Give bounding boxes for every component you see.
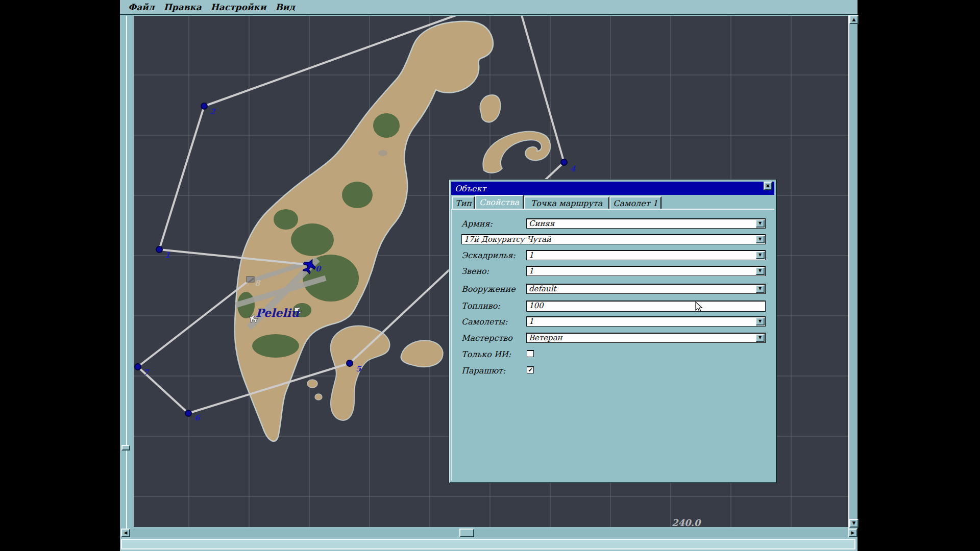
svg-text:2: 2	[210, 107, 216, 116]
army-label: Армия:	[461, 219, 526, 229]
left-panel-strip	[120, 16, 134, 529]
ai-only-checkbox[interactable]	[527, 350, 534, 357]
dialog-titlebar[interactable]: Объект	[451, 182, 774, 195]
army-value: Синяя	[529, 219, 554, 228]
waypoint-1	[156, 246, 162, 253]
scroll-up-button[interactable]: ▲	[849, 15, 859, 24]
army-dropdown[interactable]: Синяя ▼	[526, 218, 766, 229]
waypoint-5	[347, 360, 353, 366]
squadron-dropdown[interactable]: 1 ▼	[526, 250, 766, 260]
armament-value: default	[529, 284, 556, 293]
map-scale-value: 240.0	[672, 517, 702, 527]
armament-label: Вооружение	[461, 284, 526, 294]
dialog-title: Объект	[455, 184, 486, 193]
islet-small-3	[378, 150, 387, 156]
splitter-handle[interactable]	[121, 445, 130, 450]
skill-label: Мастерство	[461, 333, 526, 343]
svg-text:8: 8	[255, 279, 261, 288]
scroll-left-button[interactable]: ◀	[121, 529, 130, 537]
status-bar	[120, 537, 857, 551]
flight-dropdown[interactable]: 1 ▼	[526, 266, 766, 276]
islet-small-1	[307, 380, 317, 388]
dropdown-arrow-icon[interactable]: ▼	[756, 334, 765, 342]
dialog-tab-bar: Тип Свойства Точка маршрута Самолет 1	[452, 195, 774, 209]
ai-only-label: Только ИИ:	[461, 349, 526, 360]
svg-text:6: 6	[194, 413, 201, 422]
waypoint-4	[561, 159, 567, 165]
scrollbar-thumb[interactable]	[459, 529, 474, 537]
squadron-value: 1	[529, 251, 534, 260]
object-dialog: Объект ✖ Тип Свойства Точка маршрута Сам…	[449, 179, 777, 483]
tab-aircraft-1[interactable]: Самолет 1	[609, 196, 662, 209]
regiment-value: 17й Докуритсу Чутай	[464, 235, 551, 244]
dialog-content: Армия: Синяя ▼ 17й Докуритсу Чутай ▼ Эск…	[451, 209, 774, 481]
dropdown-arrow-icon[interactable]: ▼	[756, 285, 765, 293]
scroll-down-button[interactable]: ▼	[849, 519, 859, 528]
waypoint-6	[185, 410, 191, 416]
left-strip-groove	[126, 16, 127, 529]
tab-waypoint[interactable]: Точка маршрута	[524, 196, 609, 209]
place-label: Peleliu	[256, 306, 300, 319]
menu-file[interactable]: Файл	[128, 2, 155, 12]
skill-value: Ветеран	[529, 333, 562, 342]
parachute-checkbox[interactable]: ✔	[527, 366, 534, 373]
flight-label: Звено:	[461, 266, 526, 277]
dialog-close-button[interactable]: ✖	[764, 182, 772, 190]
svg-text:7: 7	[143, 368, 150, 377]
status-bar-field	[121, 539, 855, 549]
tab-type[interactable]: Тип	[452, 196, 475, 209]
dropdown-arrow-icon[interactable]: ▼	[756, 318, 765, 325]
regiment-dropdown[interactable]: 17й Докуритсу Чутай ▼	[461, 234, 766, 244]
close-icon: ✖	[766, 184, 770, 189]
scroll-right-button[interactable]: ▶	[848, 529, 857, 537]
landing-marker-icon[interactable]	[247, 277, 254, 283]
waypoint-7	[135, 364, 141, 370]
arrow-down-icon: ▼	[852, 521, 856, 525]
svg-text:1: 1	[165, 251, 170, 260]
tab-properties[interactable]: Свойства	[475, 195, 524, 209]
checkmark-icon: ✔	[528, 367, 532, 373]
skill-dropdown[interactable]: Ветеран ▼	[526, 333, 766, 343]
aircraft-count-label: Самолеты:	[461, 317, 526, 327]
parachute-label: Парашют:	[461, 366, 526, 376]
flight-value: 1	[529, 266, 534, 276]
dropdown-arrow-icon[interactable]: ▼	[756, 220, 765, 228]
waypoint-2	[201, 103, 207, 109]
squadron-label: Эскадрилья:	[461, 251, 526, 261]
armament-dropdown[interactable]: default ▼	[526, 284, 766, 294]
svg-text:4: 4	[570, 164, 576, 173]
fuel-label: Топливо:	[461, 301, 526, 311]
arrow-up-icon: ▲	[852, 17, 856, 22]
menu-edit[interactable]: Правка	[164, 2, 202, 12]
aircraft-count-value: 1	[529, 317, 534, 326]
islet-small-2	[315, 394, 322, 400]
vertical-scrollbar[interactable]: ▲ ▼	[848, 15, 857, 529]
menu-bar: Файл Правка Настройки Вид	[120, 0, 857, 15]
horizontal-scrollbar[interactable]: ◀ ▶	[121, 529, 857, 537]
aircraft-count-dropdown[interactable]: 1 ▼	[526, 316, 766, 327]
svg-text:5: 5	[356, 364, 362, 373]
svg-text:0: 0	[315, 264, 322, 273]
fuel-input[interactable]: 100	[526, 300, 766, 312]
fuel-value: 100	[529, 301, 544, 310]
menu-view[interactable]: Вид	[276, 2, 295, 12]
menu-settings[interactable]: Настройки	[211, 2, 266, 12]
dropdown-arrow-icon[interactable]: ▼	[756, 267, 765, 275]
arrow-right-icon: ▶	[851, 531, 855, 535]
dropdown-arrow-icon[interactable]: ▼	[756, 236, 765, 243]
arrow-left-icon: ◀	[124, 531, 128, 535]
dropdown-arrow-icon[interactable]: ▼	[756, 252, 765, 259]
